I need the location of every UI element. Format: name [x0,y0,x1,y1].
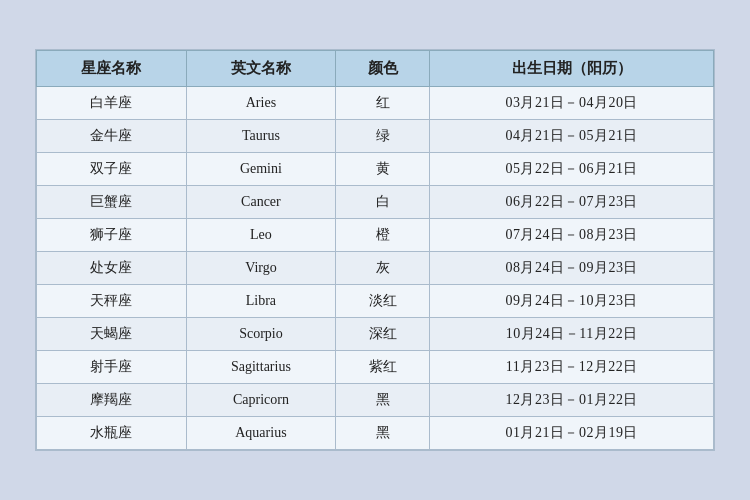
cell-dates: 12月23日－01月22日 [430,384,714,417]
header-chinese-name: 星座名称 [37,51,187,87]
cell-dates: 06月22日－07月23日 [430,186,714,219]
header-dates: 出生日期（阳历） [430,51,714,87]
cell-english-name: Taurus [186,120,336,153]
cell-color: 紫红 [336,351,430,384]
cell-color: 黑 [336,384,430,417]
table-row: 狮子座Leo橙07月24日－08月23日 [37,219,714,252]
table-row: 天秤座Libra淡红09月24日－10月23日 [37,285,714,318]
cell-english-name: Leo [186,219,336,252]
cell-chinese-name: 金牛座 [37,120,187,153]
cell-chinese-name: 白羊座 [37,87,187,120]
cell-english-name: Scorpio [186,318,336,351]
cell-color: 黄 [336,153,430,186]
cell-color: 深红 [336,318,430,351]
table-row: 双子座Gemini黄05月22日－06月21日 [37,153,714,186]
cell-chinese-name: 水瓶座 [37,417,187,450]
header-color: 颜色 [336,51,430,87]
cell-dates: 01月21日－02月19日 [430,417,714,450]
table-row: 金牛座Taurus绿04月21日－05月21日 [37,120,714,153]
cell-english-name: Virgo [186,252,336,285]
cell-english-name: Sagittarius [186,351,336,384]
cell-color: 橙 [336,219,430,252]
cell-chinese-name: 天秤座 [37,285,187,318]
cell-color: 白 [336,186,430,219]
table-row: 巨蟹座Cancer白06月22日－07月23日 [37,186,714,219]
table-row: 白羊座Aries红03月21日－04月20日 [37,87,714,120]
cell-dates: 09月24日－10月23日 [430,285,714,318]
cell-color: 灰 [336,252,430,285]
table-row: 射手座Sagittarius紫红11月23日－12月22日 [37,351,714,384]
cell-dates: 08月24日－09月23日 [430,252,714,285]
cell-dates: 03月21日－04月20日 [430,87,714,120]
table-row: 天蝎座Scorpio深红10月24日－11月22日 [37,318,714,351]
header-english-name: 英文名称 [186,51,336,87]
cell-dates: 07月24日－08月23日 [430,219,714,252]
cell-color: 红 [336,87,430,120]
table-row: 处女座Virgo灰08月24日－09月23日 [37,252,714,285]
cell-english-name: Cancer [186,186,336,219]
cell-chinese-name: 处女座 [37,252,187,285]
cell-color: 黑 [336,417,430,450]
cell-english-name: Aries [186,87,336,120]
cell-chinese-name: 巨蟹座 [37,186,187,219]
table-row: 水瓶座Aquarius黑01月21日－02月19日 [37,417,714,450]
table-header-row: 星座名称 英文名称 颜色 出生日期（阳历） [37,51,714,87]
cell-chinese-name: 摩羯座 [37,384,187,417]
cell-dates: 11月23日－12月22日 [430,351,714,384]
cell-english-name: Capricorn [186,384,336,417]
cell-chinese-name: 狮子座 [37,219,187,252]
cell-dates: 05月22日－06月21日 [430,153,714,186]
cell-english-name: Aquarius [186,417,336,450]
cell-english-name: Libra [186,285,336,318]
cell-color: 绿 [336,120,430,153]
cell-dates: 10月24日－11月22日 [430,318,714,351]
cell-chinese-name: 双子座 [37,153,187,186]
cell-english-name: Gemini [186,153,336,186]
cell-chinese-name: 天蝎座 [37,318,187,351]
cell-chinese-name: 射手座 [37,351,187,384]
cell-color: 淡红 [336,285,430,318]
zodiac-table: 星座名称 英文名称 颜色 出生日期（阳历） 白羊座Aries红03月21日－04… [36,50,714,450]
cell-dates: 04月21日－05月21日 [430,120,714,153]
table-row: 摩羯座Capricorn黑12月23日－01月22日 [37,384,714,417]
zodiac-table-container: 星座名称 英文名称 颜色 出生日期（阳历） 白羊座Aries红03月21日－04… [35,49,715,451]
